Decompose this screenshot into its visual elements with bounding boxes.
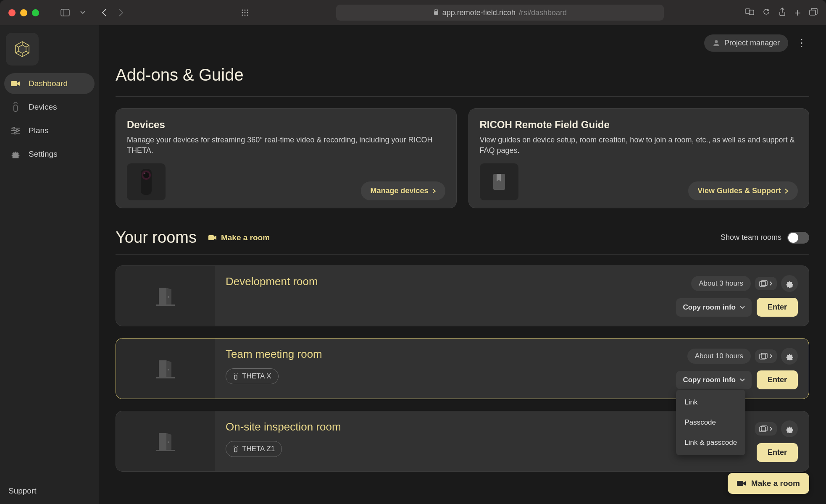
- room-name[interactable]: On-site inspection room: [226, 420, 341, 433]
- svg-rect-58: [737, 481, 743, 486]
- manage-devices-button[interactable]: Manage devices: [361, 181, 445, 200]
- chevron-right-icon: [769, 426, 773, 431]
- make-room-link[interactable]: Make a room: [208, 233, 270, 242]
- gallery-button[interactable]: [755, 277, 777, 290]
- svg-point-10: [247, 15, 248, 16]
- chevron-down-icon[interactable]: [77, 7, 89, 18]
- make-room-fab[interactable]: Make a room: [728, 473, 809, 494]
- sidebar-toggle-icon[interactable]: [59, 7, 71, 18]
- browser-chrome: app.remote-field.ricoh/rsi/dashboard +: [0, 0, 826, 25]
- device-chip[interactable]: THETA X: [226, 368, 279, 384]
- show-team-rooms-label: Show team rooms: [721, 233, 781, 242]
- rooms-title: Your rooms: [116, 228, 197, 247]
- svg-rect-23: [11, 81, 17, 86]
- copy-room-info-menu: Link Passcode Link & passcode: [676, 390, 745, 455]
- gallery-button[interactable]: [755, 349, 777, 363]
- sidebar-item-plans[interactable]: Plans: [4, 120, 95, 141]
- user-role-label: Project manager: [724, 39, 780, 47]
- copy-menu-passcode[interactable]: Passcode: [676, 412, 745, 433]
- room-thumbnail: [116, 339, 215, 399]
- copy-menu-link-passcode[interactable]: Link & passcode: [676, 433, 745, 453]
- fab-label: Make a room: [751, 479, 800, 488]
- url-path: /rsi/dashboard: [519, 8, 567, 17]
- sidebar-item-dashboard[interactable]: Dashboard: [4, 73, 95, 94]
- gallery-icon: [759, 280, 768, 287]
- svg-point-28: [16, 130, 18, 132]
- support-link[interactable]: Support: [0, 478, 99, 504]
- svg-rect-14: [810, 10, 815, 15]
- minimize-window-button[interactable]: [20, 9, 27, 16]
- room-time-badge: About 3 hours: [691, 276, 751, 291]
- svg-point-9: [245, 15, 246, 16]
- svg-rect-11: [434, 11, 438, 15]
- svg-point-30: [14, 132, 16, 134]
- share-icon[interactable]: [779, 8, 786, 18]
- device-chip[interactable]: THETA Z1: [226, 441, 282, 457]
- forward-button[interactable]: [115, 7, 126, 18]
- translate-icon[interactable]: [745, 8, 754, 17]
- guide-card: RICOH Remote Field Guide View guides on …: [468, 108, 810, 208]
- door-icon: [156, 431, 175, 452]
- more-menu-button[interactable]: ⋮: [794, 34, 809, 51]
- room-card: Team meeting room THETA X About 10 hours: [116, 338, 809, 399]
- gallery-button[interactable]: [755, 422, 777, 436]
- theta-camera-thumbnail: [127, 163, 166, 200]
- room-thumbnail: [116, 411, 215, 471]
- gear-icon: [785, 425, 794, 433]
- chevron-right-icon: [769, 354, 773, 359]
- button-label: View Guides & Support: [697, 186, 781, 195]
- divider: [116, 254, 809, 255]
- sidebar-item-devices[interactable]: Devices: [4, 97, 95, 118]
- svg-line-18: [26, 45, 29, 47]
- url-host: app.remote-field.ricoh: [442, 8, 516, 17]
- room-name[interactable]: Team meeting room: [226, 348, 322, 361]
- back-button[interactable]: [99, 7, 110, 18]
- copy-room-info-button[interactable]: Copy room info: [676, 371, 752, 389]
- maximize-window-button[interactable]: [32, 9, 39, 16]
- nav-label: Dashboard: [29, 79, 68, 88]
- card-desc: View guides on device setup, room creati…: [480, 135, 798, 156]
- button-label: Manage devices: [370, 186, 428, 195]
- apps-grid-icon[interactable]: [239, 7, 251, 18]
- gallery-icon: [759, 425, 768, 432]
- devices-card: Devices Manage your devices for streamin…: [116, 108, 457, 208]
- camera-icon: [208, 235, 217, 241]
- room-settings-button[interactable]: [781, 275, 798, 292]
- svg-point-40: [168, 296, 169, 298]
- svg-point-2: [242, 10, 243, 11]
- copy-menu-link[interactable]: Link: [676, 392, 745, 412]
- sidebar-item-settings[interactable]: Settings: [4, 144, 95, 165]
- chevron-down-icon: [740, 306, 745, 309]
- nav-label: Devices: [29, 102, 57, 112]
- show-team-rooms-toggle[interactable]: [787, 232, 809, 244]
- guide-thumbnail: [480, 163, 518, 200]
- close-window-button[interactable]: [8, 9, 16, 16]
- svg-marker-16: [18, 45, 26, 53]
- svg-point-46: [168, 369, 169, 370]
- room-card: Development room About 3 hours: [116, 265, 809, 326]
- device-label: THETA Z1: [242, 445, 275, 453]
- room-settings-button[interactable]: [781, 420, 798, 437]
- room-name[interactable]: Development room: [226, 275, 318, 288]
- address-bar[interactable]: app.remote-field.ricoh/rsi/dashboard: [336, 5, 664, 21]
- new-tab-icon[interactable]: +: [794, 6, 801, 19]
- copy-room-info-button[interactable]: Copy room info: [676, 298, 752, 317]
- gallery-icon: [759, 353, 768, 360]
- enter-room-button[interactable]: Enter: [757, 370, 798, 389]
- svg-line-19: [26, 51, 29, 53]
- enter-room-button[interactable]: Enter: [757, 298, 798, 317]
- device-label: THETA X: [242, 372, 271, 381]
- user-role-chip[interactable]: Project manager: [704, 34, 788, 52]
- enter-room-button[interactable]: Enter: [757, 443, 798, 462]
- sidebar: Dashboard Devices Plans Settings Support: [0, 25, 99, 504]
- card-title: Devices: [127, 119, 445, 131]
- card-title: RICOH Remote Field Guide: [480, 119, 798, 131]
- reload-icon[interactable]: [763, 8, 770, 17]
- door-icon: [156, 359, 175, 379]
- view-guides-button[interactable]: View Guides & Support: [688, 181, 798, 200]
- tabs-overview-icon[interactable]: [809, 8, 818, 17]
- svg-marker-52: [166, 433, 171, 450]
- room-settings-button[interactable]: [781, 348, 798, 365]
- main-content: Project manager ⋮ Add-ons & Guide Device…: [99, 25, 826, 504]
- nav-label: Plans: [29, 126, 49, 135]
